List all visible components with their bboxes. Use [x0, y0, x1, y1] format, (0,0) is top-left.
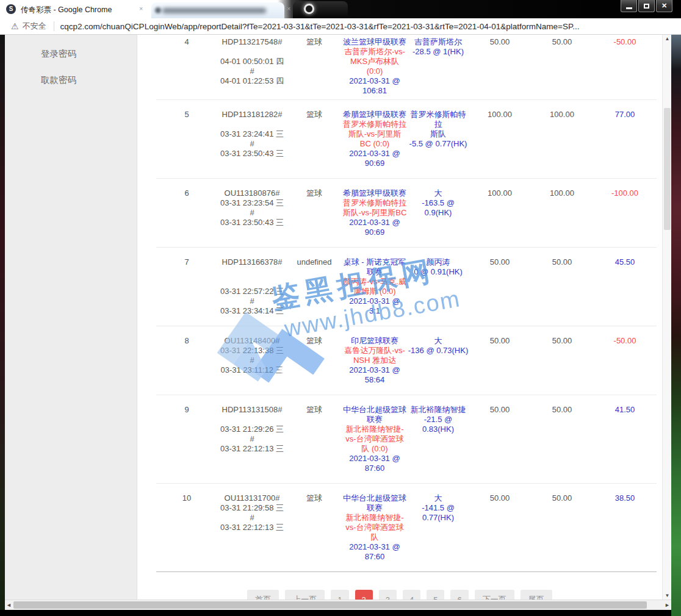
order-id-line: 03-31 23:11:12 三 — [217, 365, 287, 375]
row-valid-amount: 100.00 — [531, 110, 593, 168]
row-match-info[interactable]: 桌球 - 斯诺克冠军联赛颜丙涛-vs-马克.威廉姆斯 (0:0)2021-03-… — [342, 257, 408, 316]
row-bet-info[interactable]: 新北裕隆纳智捷-21.5 @ 0.83(HK) — [408, 405, 469, 473]
row-result: 77.00 — [593, 110, 657, 168]
url-text[interactable]: cqcp2.com/chuanQiCPLoginWeb/app/reportDe… — [60, 22, 580, 31]
scroll-down-icon[interactable]: ▼ — [663, 593, 672, 598]
row-order-id-and-times: OU113180876#03-31 23:23:54 三#03-31 23:50… — [217, 188, 287, 237]
match-line: 吉普萨斯塔尔-vs- — [342, 47, 408, 57]
order-id-line: # — [217, 139, 287, 149]
row-valid-amount: 50.00 — [531, 257, 593, 316]
minimize-button[interactable] — [621, 0, 637, 12]
row-amount: 50.00 — [469, 257, 531, 316]
bet-line: -141.5 @ — [408, 503, 469, 513]
pagination: 首页上一页123456下一页尾页 — [137, 590, 662, 600]
row-bet-info[interactable]: 大-136 @ 0.73(HK) — [408, 336, 469, 385]
match-line: 3:1 — [342, 306, 408, 316]
match-line: 2021-03-31 @ — [342, 218, 408, 227]
row-match-info[interactable]: 印尼篮球联赛嘉鲁达万隆队-vs-NSH 雅加达2021-03-31 @58:64 — [342, 336, 408, 385]
order-id-line: 03-31 23:23:54 三 — [217, 198, 287, 208]
order-id-line: 03-31 23:50:43 三 — [217, 218, 287, 227]
match-line: 90:69 — [342, 159, 408, 168]
row-seq: 6 — [156, 188, 217, 237]
row-result: -100.00 — [593, 188, 657, 237]
match-line: 2021-03-31 @ — [342, 76, 408, 86]
page-4-button[interactable]: 4 — [403, 590, 420, 600]
row-match-info[interactable]: 希腊篮球甲级联赛普罗米修斯帕特拉斯队-vs-阿里斯BC2021-03-31 @9… — [342, 188, 408, 237]
page-5-button[interactable]: 5 — [427, 590, 444, 600]
page-3-button[interactable]: 3 — [379, 590, 397, 600]
row-order-id-and-times: HDP113131508# 03-31 21:29:26 三#03-31 22:… — [217, 405, 287, 473]
row-match-info[interactable]: 波兰篮球甲级联赛吉普萨斯塔尔-vs-MKS卢布林队 (0:0)2021-03-3… — [342, 37, 408, 96]
vertical-scrollbar-thumb[interactable] — [664, 108, 671, 230]
horizontal-scrollbar[interactable]: ◄ ► — [5, 600, 671, 610]
scroll-right-icon[interactable]: ► — [665, 602, 670, 608]
match-line: MKS卢布林队 (0:0) — [342, 57, 408, 76]
maximize-button[interactable] — [638, 0, 655, 12]
sidebar-item-login-password[interactable]: 登录密码 — [5, 41, 137, 67]
row-valid-amount: 50.00 — [531, 37, 593, 96]
order-id-line: # — [217, 513, 287, 523]
order-id-line: 03-31 23:50:43 三 — [217, 149, 287, 159]
table-row: 8 OU113148400#03-31 22:13:38 三#03-31 23:… — [156, 326, 657, 395]
row-bet-info[interactable]: 大-141.5 @0.77(HK) — [408, 493, 469, 562]
match-line: 2021-03-31 @ — [342, 454, 408, 464]
first-page-button[interactable]: 首页 — [247, 590, 279, 600]
match-line: 波兰篮球甲级联赛 — [342, 37, 408, 47]
browser-tab-blurred[interactable] — [151, 2, 284, 18]
maximize-icon — [644, 4, 649, 9]
order-id-line: HDP113217548# — [217, 37, 287, 47]
page-2-button[interactable]: 2 — [355, 590, 373, 600]
row-order-id-and-times: OU113148400#03-31 22:13:38 三#03-31 23:11… — [217, 336, 287, 385]
row-order-id-and-times: HDP113181282# 03-31 23:24:41 三#03-31 23:… — [217, 110, 287, 168]
row-valid-amount: 50.00 — [531, 405, 593, 473]
sidebar-item-withdraw-password[interactable]: 取款密码 — [5, 67, 137, 93]
page-1-button[interactable]: 1 — [331, 590, 348, 600]
row-seq: 4 — [156, 37, 217, 96]
match-line: 联赛 — [342, 267, 408, 277]
match-line: 中华台北超级篮球 — [342, 405, 408, 415]
row-match-info[interactable]: 希腊篮球甲级联赛普罗米修斯帕特拉斯队-vs-阿里斯BC (0:0)2021-03… — [342, 110, 408, 168]
match-line: 嘉鲁达万隆队-vs- — [342, 346, 408, 356]
security-label[interactable]: 不安全 — [23, 21, 46, 32]
row-bet-info[interactable]: 普罗米修斯帕特拉斯队-5.5 @ 0.77(HK) — [408, 110, 469, 168]
bet-line: -136 @ 0.73(HK) — [408, 346, 469, 356]
table-row: 4 HDP113217548# 04-01 00:50:01 四#04-01 0… — [156, 35, 657, 100]
prev-page-button[interactable]: 上一页 — [285, 590, 325, 600]
bet-line: 吉普萨斯塔尔 — [408, 37, 469, 47]
match-line: vs-台湾啤酒篮球 — [342, 523, 408, 532]
minimize-icon — [626, 7, 632, 9]
security-warning-icon[interactable]: ⚠ — [11, 22, 19, 30]
scroll-up-icon[interactable]: ▲ — [663, 36, 672, 41]
row-bet-info[interactable]: 吉普萨斯塔尔-28.5 @ 1(HK) — [408, 37, 469, 96]
page-6-button[interactable]: 6 — [450, 590, 468, 600]
bet-line: 0.77(HK) — [408, 513, 469, 523]
window-frame-left — [0, 35, 5, 610]
close-button[interactable]: ✕ — [656, 0, 672, 12]
row-valid-amount: 50.00 — [531, 493, 593, 562]
row-order-id-and-times: HDP113217548# 04-01 00:50:01 四#04-01 01:… — [217, 37, 287, 96]
horizontal-scrollbar-thumb[interactable] — [13, 601, 647, 609]
next-page-button[interactable]: 下一页 — [475, 590, 514, 600]
row-order-id-and-times: HDP113166378# 03-31 22:57:22 三#03-31 23:… — [217, 257, 287, 316]
match-line: vs-台湾啤酒篮球 — [342, 434, 408, 444]
order-id-line: 03-31 22:13:38 三 — [217, 346, 287, 356]
row-match-info[interactable]: 中华台北超级篮球联赛新北裕隆纳智捷-vs-台湾啤酒篮球队2021-03-31 @… — [342, 493, 408, 562]
tab-close-icon[interactable]: × — [139, 5, 143, 12]
scroll-left-icon[interactable]: ◄ — [6, 602, 12, 608]
row-bet-info[interactable]: 大-163.5 @ 0.9(HK) — [408, 188, 469, 237]
match-line: 颜丙涛-vs-马克.威 — [342, 277, 408, 287]
bet-line: 大 — [408, 188, 469, 198]
tab-close-icon[interactable]: × — [287, 5, 290, 12]
order-id-line: 03-31 22:57:22 三 — [217, 287, 287, 296]
row-bet-info[interactable]: 颜丙涛0 @ 0.91(HK) — [408, 257, 469, 316]
vertical-scrollbar[interactable]: ▲ ▼ — [662, 35, 671, 600]
order-id-line: 04-01 01:22:53 四 — [217, 76, 287, 86]
bet-line: 大 — [408, 336, 469, 346]
match-line: 廉姆斯 (0:0) — [342, 287, 408, 296]
last-page-button[interactable]: 尾页 — [521, 590, 552, 600]
url-bar[interactable]: ⚠ 不安全 cqcp2.com/chuanQiCPLoginWeb/app/re… — [0, 18, 681, 35]
browser-tab-dark[interactable] — [293, 1, 348, 18]
bet-line: -21.5 @ 0.83(HK) — [408, 415, 469, 434]
bet-line: -163.5 @ 0.9(HK) — [408, 198, 469, 218]
row-match-info[interactable]: 中华台北超级篮球联赛新北裕隆纳智捷-vs-台湾啤酒篮球队 (0:0)2021-0… — [342, 405, 408, 473]
